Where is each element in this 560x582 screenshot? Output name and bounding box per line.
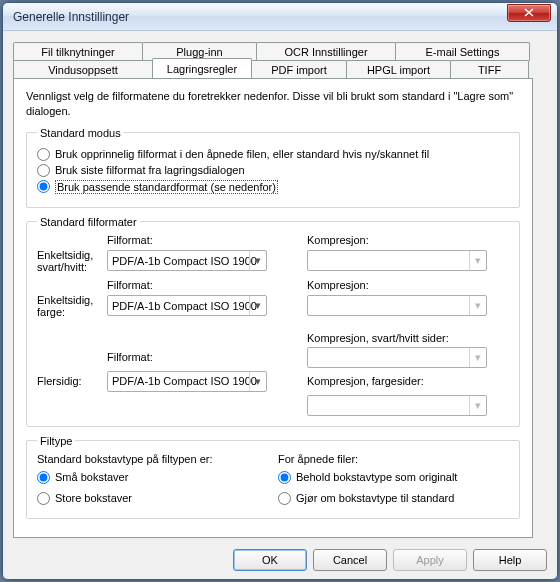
content-area: Fil tilknytninger Plugg-inn OCR Innstill… xyxy=(3,31,557,579)
combo-multi-format[interactable]: PDF/A-1b Compact ISO 1900 ▾ xyxy=(107,371,267,392)
ok-button[interactable]: OK xyxy=(233,549,307,571)
legend-standard-modus: Standard modus xyxy=(37,127,124,139)
radio-store[interactable] xyxy=(37,492,50,505)
group-standard-modus: Standard modus Bruk opprinnelig filforma… xyxy=(26,127,520,208)
combo-color-format[interactable]: PDF/A-1b Compact ISO 1900 ▾ xyxy=(107,295,267,316)
intro-text: Vennligst velg de filformatene du foretr… xyxy=(26,89,520,119)
label-right-heading: For åpnede filer: xyxy=(278,453,509,465)
radio-store-label: Store bokstaver xyxy=(55,492,132,504)
radio-gjorom[interactable] xyxy=(278,492,291,505)
apply-button: Apply xyxy=(393,549,467,571)
radio-passende-label: Bruk passende standardformat (se nedenfo… xyxy=(55,180,278,194)
tab-ocr-innstillinger[interactable]: OCR Innstillinger xyxy=(256,42,396,61)
label-kompresjon-farge: Kompresjon, fargesider: xyxy=(307,375,487,387)
radio-passende[interactable] xyxy=(37,180,50,193)
combo-multi-comp-bw[interactable]: ▾ xyxy=(307,347,487,368)
radio-opprinnelig-label: Bruk opprinnelig filformat i den åpnede … xyxy=(55,148,429,160)
chevron-down-icon: ▾ xyxy=(249,372,266,391)
label-filformat-bw: Filformat: xyxy=(107,234,267,246)
chevron-down-icon: ▾ xyxy=(469,251,486,270)
titlebar: Generelle Innstillinger xyxy=(3,3,557,31)
chevron-down-icon: ▾ xyxy=(249,251,266,270)
combo-color-comp[interactable]: ▾ xyxy=(307,295,487,316)
tab-pdf-import[interactable]: PDF import xyxy=(251,60,347,79)
chevron-down-icon: ▾ xyxy=(469,296,486,315)
chevron-down-icon: ▾ xyxy=(249,296,266,315)
tab-email-settings[interactable]: E-mail Settings xyxy=(395,42,530,61)
radio-gjorom-label: Gjør om bokstavtype til standard xyxy=(296,492,454,504)
tab-vindusoppsett[interactable]: Vindusoppsett xyxy=(13,60,153,79)
label-filformat-color: Filformat: xyxy=(107,279,267,291)
tab-panel: Vennligst velg de filformatene du foretr… xyxy=(13,78,533,538)
group-filtype: Filtype Standard bokstavtype på filtypen… xyxy=(26,435,520,519)
tab-hpgl-import[interactable]: HPGL import xyxy=(346,60,451,79)
radio-behold-label: Behold bokstavtype som originalt xyxy=(296,471,457,483)
dialog-buttons: OK Cancel Apply Help xyxy=(233,549,547,571)
radio-sma-label: Små bokstaver xyxy=(55,471,128,483)
label-left-heading: Standard bokstavtype på filtypen er: xyxy=(37,453,268,465)
tab-fil-tilknytninger[interactable]: Fil tilknytninger xyxy=(13,42,143,61)
tabs: Fil tilknytninger Plugg-inn OCR Innstill… xyxy=(13,41,547,539)
label-row-color: Enkeltsidig, farge: xyxy=(37,294,107,318)
window-title: Generelle Innstillinger xyxy=(13,10,129,24)
label-kompresjon-sh: Kompresjon, svart/hvitt sider: xyxy=(307,332,487,344)
help-button[interactable]: Help xyxy=(473,549,547,571)
radio-sma[interactable] xyxy=(37,471,50,484)
label-row-multi: Flersidig: xyxy=(37,375,107,387)
radio-siste-label: Bruk siste filformat fra lagringsdialoge… xyxy=(55,164,245,176)
combo-bw-comp[interactable]: ▾ xyxy=(307,250,487,271)
tab-lagringsregler[interactable]: Lagringsregler xyxy=(152,58,252,79)
legend-filformater: Standard filformater xyxy=(37,216,140,228)
radio-opprinnelig[interactable] xyxy=(37,148,50,161)
tab-tiff[interactable]: TIFF xyxy=(450,60,529,79)
combo-multi-comp-color[interactable]: ▾ xyxy=(307,395,487,416)
close-icon xyxy=(524,7,534,19)
label-kompresjon-bw: Kompresjon: xyxy=(307,234,487,246)
cancel-button[interactable]: Cancel xyxy=(313,549,387,571)
group-standard-filformater: Standard filformater Filformat: Kompresj… xyxy=(26,216,520,427)
chevron-down-icon: ▾ xyxy=(469,396,486,415)
dialog-window: Generelle Innstillinger Fil tilknytninge… xyxy=(2,2,558,580)
label-filformat-multi: Filformat: xyxy=(107,351,267,363)
chevron-down-icon: ▾ xyxy=(469,348,486,367)
label-kompresjon-color: Kompresjon: xyxy=(307,279,487,291)
combo-bw-format[interactable]: PDF/A-1b Compact ISO 1900 ▾ xyxy=(107,250,267,271)
radio-behold[interactable] xyxy=(278,471,291,484)
close-button[interactable] xyxy=(507,4,551,22)
legend-filtype: Filtype xyxy=(37,435,75,447)
label-row-bw: Enkeltsidig, svart/hvitt: xyxy=(37,249,107,273)
radio-siste[interactable] xyxy=(37,164,50,177)
